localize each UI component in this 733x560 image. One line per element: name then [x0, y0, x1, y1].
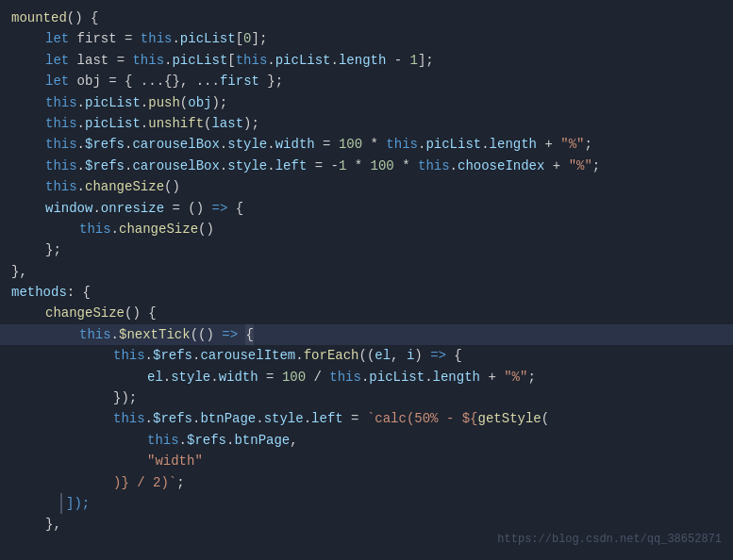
code-line-7: this.$refs.carouselBox.style.width = 100… [0, 134, 733, 155]
code-line-3: let last = this.picList[this.picList.len… [0, 50, 733, 71]
code-line-11: this.changeSize() [0, 219, 733, 239]
code-line-20: this.$refs.btnPage.style.left = `calc(50… [0, 408, 733, 429]
code-line-8: this.$refs.carouselBox.style.left = -1 *… [0, 156, 733, 176]
code-line-4: let obj = { ...{}, ...first }; [0, 71, 733, 91]
code-line-1: mounted() { [0, 8, 733, 28]
code-line-6: this.picList.unshift(last); [0, 113, 733, 134]
code-line-24: ]); [0, 493, 733, 514]
code-line-9: this.changeSize() [0, 176, 733, 197]
code-line-23: )} / 2)`; [0, 472, 733, 493]
watermark: https://blog.csdn.net/qq_38652871 [497, 531, 722, 549]
code-line-17: this.$refs.carouselItem.forEach((el, i) … [0, 345, 733, 366]
code-editor: mounted() { let first = this.picList[0];… [0, 0, 733, 560]
code-line-21: this.$refs.btnPage, [0, 430, 733, 451]
token-func: mounted [11, 8, 67, 28]
code-line-13: }, [0, 261, 733, 282]
code-line-16: this.$nextTick(() => { [0, 324, 733, 345]
code-line-15: changeSize() { [0, 303, 733, 323]
code-line-10: window.onresize = () => { [0, 198, 733, 219]
code-line-19: }); [0, 387, 733, 408]
code-line-2: let first = this.picList[0]; [0, 28, 733, 49]
code-line-14: methods: { [0, 282, 733, 303]
code-line-18: el.style.width = 100 / this.picList.leng… [0, 367, 733, 387]
code-line-5: this.picList.push(obj); [0, 92, 733, 113]
code-line-12: }; [0, 239, 733, 260]
code-line-22: "width" [0, 451, 733, 471]
